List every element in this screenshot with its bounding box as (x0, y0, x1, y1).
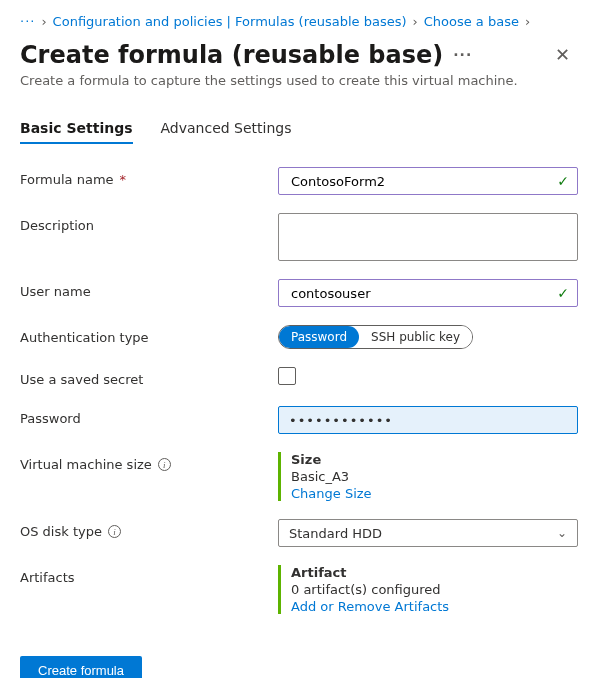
breadcrumb: ··· › Configuration and policies | Formu… (20, 14, 578, 29)
breadcrumb-ellipsis[interactable]: ··· (20, 14, 35, 29)
saved-secret-checkbox[interactable] (278, 367, 296, 385)
artifacts-heading: Artifact (291, 565, 578, 580)
vm-size-value: Basic_A3 (291, 469, 578, 484)
auth-type-password[interactable]: Password (279, 326, 359, 348)
auth-type-ssh[interactable]: SSH public key (359, 326, 472, 348)
label-password: Password (20, 406, 278, 426)
label-auth-type: Authentication type (20, 325, 278, 345)
tabs: Basic Settings Advanced Settings (20, 116, 578, 144)
breadcrumb-link-choose-base[interactable]: Choose a base (424, 14, 519, 29)
add-remove-artifacts-link[interactable]: Add or Remove Artifacts (291, 599, 578, 614)
checkmark-icon: ✓ (557, 173, 569, 189)
breadcrumb-link-config[interactable]: Configuration and policies | Formulas (r… (53, 14, 407, 29)
info-icon[interactable]: i (108, 525, 121, 538)
os-disk-dropdown[interactable]: Standard HDD ⌄ (278, 519, 578, 547)
artifacts-value: 0 artifact(s) configured (291, 582, 578, 597)
formula-name-field[interactable] (289, 173, 549, 190)
label-vm-size: Virtual machine size i (20, 452, 278, 472)
vm-size-heading: Size (291, 452, 578, 467)
chevron-down-icon: ⌄ (557, 526, 567, 540)
user-name-field[interactable] (289, 285, 549, 302)
create-formula-button[interactable]: Create formula (20, 656, 142, 678)
label-formula-name: Formula name * (20, 167, 278, 187)
label-os-disk: OS disk type i (20, 519, 278, 539)
label-artifacts: Artifacts (20, 565, 278, 585)
change-size-link[interactable]: Change Size (291, 486, 578, 501)
artifacts-block: Artifact 0 artifact(s) configured Add or… (278, 565, 578, 614)
page-subtitle: Create a formula to capture the settings… (20, 73, 578, 88)
os-disk-value: Standard HDD (289, 526, 382, 541)
close-icon[interactable]: ✕ (547, 42, 578, 68)
user-name-input[interactable]: ✓ (278, 279, 578, 307)
chevron-right-icon: › (525, 14, 530, 29)
page-title: Create formula (reusable base) ··· (20, 41, 472, 69)
label-description: Description (20, 213, 278, 233)
description-input[interactable] (278, 213, 578, 261)
info-icon[interactable]: i (158, 458, 171, 471)
auth-type-toggle: Password SSH public key (278, 325, 473, 349)
label-user-name: User name (20, 279, 278, 299)
tab-basic-settings[interactable]: Basic Settings (20, 116, 133, 144)
tab-advanced-settings[interactable]: Advanced Settings (161, 116, 292, 144)
chevron-right-icon: › (41, 14, 46, 29)
vm-size-block: Size Basic_A3 Change Size (278, 452, 578, 501)
checkmark-icon: ✓ (557, 285, 569, 301)
chevron-right-icon: › (413, 14, 418, 29)
more-actions-icon[interactable]: ··· (453, 47, 472, 63)
password-input[interactable]: •••••••••••• (278, 406, 578, 434)
formula-name-input[interactable]: ✓ (278, 167, 578, 195)
required-indicator: * (120, 172, 127, 187)
label-saved-secret: Use a saved secret (20, 367, 278, 387)
